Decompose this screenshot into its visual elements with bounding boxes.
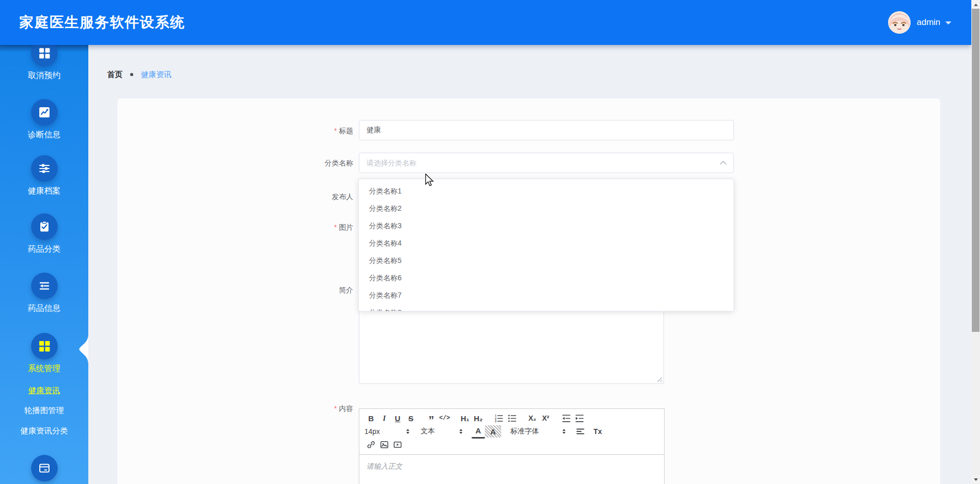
grid-icon: [31, 45, 58, 66]
bold-button[interactable]: B: [364, 412, 378, 424]
font-family-picker[interactable]: 标准字体: [510, 427, 566, 436]
svg-text:3: 3: [495, 420, 496, 423]
breadcrumb: 首页 健康资讯: [107, 69, 172, 80]
stepper-icon: [562, 427, 566, 435]
card-icon: [31, 455, 58, 481]
required-asterisk: *: [334, 223, 337, 231]
sidebar-item-cancel-appointment[interactable]: 取消预约: [0, 45, 88, 80]
scrollbar-thumb[interactable]: [972, 9, 979, 332]
required-asterisk: *: [334, 404, 337, 413]
dropdown-option[interactable]: 分类名称1: [359, 182, 733, 200]
app-header: 家庭医生服务软件设系统 admin: [0, 0, 971, 45]
sidebar-label: 药品分类: [0, 245, 88, 254]
sidebar-label-active: 系统管理: [0, 364, 88, 373]
blockquote-button[interactable]: ”: [425, 410, 438, 426]
text-style-picker[interactable]: 文本: [421, 427, 462, 436]
rich-text-editor: B I U S ” </> H₁ H₂ 123 X₂ X²: [359, 408, 665, 484]
category-select[interactable]: 请选择分类名称: [359, 153, 734, 173]
sidebar-item-diagnosis-info[interactable]: 诊断信息: [0, 99, 88, 139]
outdent-button[interactable]: [559, 412, 573, 424]
app-title: 家庭医生服务软件设系统: [19, 0, 185, 45]
editor-body[interactable]: 请输入正文: [359, 455, 664, 478]
sidebar-item-bottom[interactable]: [0, 455, 88, 481]
ordered-list-button[interactable]: 123: [492, 412, 505, 424]
sidebar-subitem-health-news-category[interactable]: 健康资讯分类: [0, 426, 88, 436]
sidebar-subitem-health-news[interactable]: 健康资讯: [0, 385, 88, 396]
strikethrough-button[interactable]: S: [404, 412, 418, 424]
chart-icon: [31, 99, 58, 126]
sidebar-item-system-management[interactable]: 系统管理: [0, 333, 88, 373]
dropdown-option[interactable]: 分类名称7: [359, 286, 733, 304]
stepper-icon: [406, 427, 409, 435]
underline-button[interactable]: U: [391, 412, 404, 424]
sidebar-item-drug-category[interactable]: 药品分类: [0, 213, 88, 254]
bullet-list-button[interactable]: [505, 412, 519, 424]
italic-button[interactable]: I: [378, 412, 391, 424]
sidebar-nav: 取消预约 诊断信息: [0, 45, 88, 484]
code-block-button[interactable]: </>: [438, 412, 451, 424]
header1-button[interactable]: H₁: [458, 412, 472, 424]
dropdown-option[interactable]: 分类名称5: [359, 252, 733, 269]
grid-icon-active: [31, 333, 58, 359]
editor-toolbar: B I U S ” </> H₁ H₂ 123 X₂ X²: [359, 409, 664, 455]
sidebar-item-health-records[interactable]: 健康档案: [0, 155, 88, 196]
user-avatar[interactable]: [888, 11, 911, 34]
dropdown-option[interactable]: 分类名称6: [359, 269, 733, 286]
publisher-label: 发布人: [277, 191, 353, 202]
username-menu[interactable]: admin: [917, 0, 940, 45]
category-label: 分类名称: [277, 158, 353, 168]
user-dropdown-caret-icon: [945, 21, 951, 28]
sliders-icon: [31, 155, 58, 182]
image-label: *图片: [277, 222, 353, 232]
clipboard-check-icon: [31, 213, 58, 240]
dropdown-option[interactable]: 分类名称8: [359, 304, 733, 311]
content-label: *内容: [277, 403, 353, 414]
link-icon[interactable]: [364, 439, 378, 451]
chevron-up-icon: [720, 160, 727, 165]
breadcrumb-current[interactable]: 健康资讯: [141, 70, 172, 80]
clear-format-button[interactable]: Tx: [591, 425, 604, 438]
video-icon[interactable]: [391, 439, 404, 451]
sidebar-subitem-carousel-management[interactable]: 轮播图管理: [0, 405, 88, 416]
breadcrumb-home[interactable]: 首页: [107, 70, 122, 80]
stepper-icon: [459, 427, 462, 435]
indent-button[interactable]: [573, 412, 586, 424]
sidebar-label: 健康档案: [0, 186, 88, 196]
subscript-button[interactable]: X₂: [526, 412, 539, 424]
dropdown-option[interactable]: 分类名称4: [359, 234, 733, 252]
text-color-button[interactable]: A: [472, 425, 485, 439]
title-input[interactable]: [359, 120, 734, 140]
sidebar-label: 取消预约: [0, 71, 88, 80]
avatar-image: [888, 11, 911, 34]
dropdown-option[interactable]: 分类名称3: [359, 217, 733, 234]
active-item-notch: [78, 334, 88, 364]
dropdown-option[interactable]: 分类名称2: [359, 200, 733, 217]
intro-label: 简介: [277, 285, 353, 295]
category-dropdown-panel: 分类名称1 分类名称2 分类名称3 分类名称4 分类名称5 分类名称6 分类名称…: [358, 179, 734, 311]
scrollbar-up-button[interactable]: [971, 0, 980, 9]
category-select-placeholder: 请选择分类名称: [359, 153, 733, 173]
font-size-picker[interactable]: 14px: [364, 427, 409, 435]
align-button[interactable]: [574, 425, 587, 438]
sidebar-item-drug-info[interactable]: 药品信息: [0, 273, 88, 313]
required-asterisk: *: [334, 127, 337, 135]
window-scrollbar[interactable]: [971, 0, 980, 484]
highlight-color-button[interactable]: A: [485, 425, 501, 438]
title-label: *标题: [277, 126, 353, 136]
scrollbar-down-button[interactable]: [971, 475, 980, 484]
image-icon[interactable]: [378, 439, 391, 451]
editor-placeholder: 请输入正文: [366, 462, 657, 471]
header2-button[interactable]: H₂: [472, 412, 485, 424]
app-window: 家庭医生服务软件设系统 admin 取消预约: [0, 0, 980, 484]
list-arrow-icon: [31, 273, 58, 299]
sidebar-label: 诊断信息: [0, 130, 88, 139]
superscript-button[interactable]: X²: [539, 412, 552, 424]
breadcrumb-separator-icon: [130, 73, 133, 76]
sidebar-label: 药品信息: [0, 304, 88, 313]
